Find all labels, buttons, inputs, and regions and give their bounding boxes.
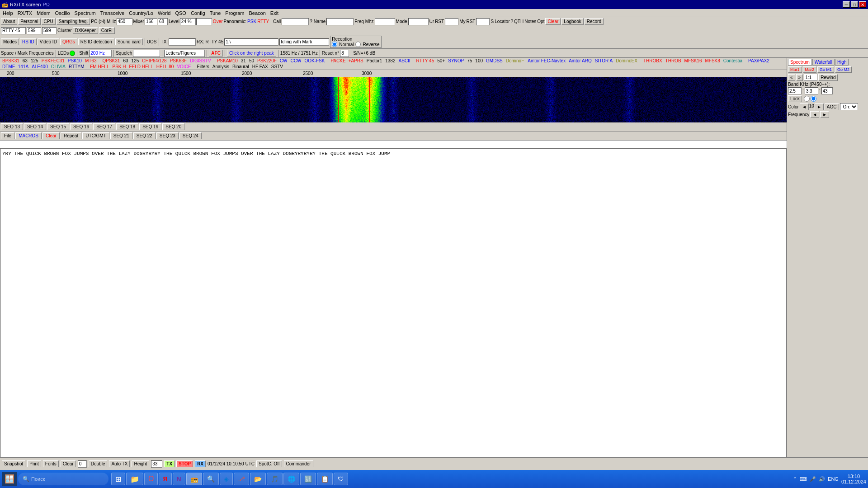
nav-input[interactable] bbox=[804, 74, 817, 81]
bpsk31-63[interactable]: 63 bbox=[21, 58, 29, 64]
shift-value[interactable] bbox=[89, 50, 112, 57]
rx-input[interactable] bbox=[224, 38, 278, 46]
analysis-mode[interactable]: Analysis bbox=[211, 64, 231, 69]
packet-aprs-mode[interactable]: PACKET+APRS bbox=[329, 58, 364, 64]
commander-button[interactable]: Commander bbox=[284, 460, 313, 467]
rttym-mode[interactable]: RTTYM bbox=[67, 64, 85, 69]
minimize-button[interactable]: ─ bbox=[843, 1, 850, 8]
seq-13-button[interactable]: SEQ 13 bbox=[1, 123, 23, 130]
freq-right-button[interactable]: ► bbox=[820, 111, 829, 118]
ook-fsk-mode[interactable]: OOK-FSK bbox=[303, 58, 326, 64]
tray-volume[interactable]: 🔊 bbox=[819, 476, 825, 482]
rtty50-mode[interactable]: 50+ bbox=[436, 58, 446, 64]
color-select[interactable]: Grey Color bbox=[840, 103, 858, 110]
taskbar-media[interactable]: 🎵 bbox=[267, 473, 283, 485]
hffax-mode[interactable]: HF FAX bbox=[251, 64, 269, 69]
menu-oscillo[interactable]: Oscillo bbox=[53, 10, 72, 16]
psk10-mode[interactable]: PSK10 bbox=[66, 58, 83, 64]
throb-mode[interactable]: THROB bbox=[664, 58, 683, 64]
taskbar-folder2[interactable]: 📂 bbox=[250, 473, 266, 485]
seq-21-button[interactable]: SEQ 21 bbox=[110, 132, 132, 139]
hell80-mode[interactable]: HELL 80 bbox=[155, 64, 175, 69]
rx-button[interactable]: RX bbox=[195, 460, 206, 467]
taskbar-app2[interactable]: 🛡 bbox=[334, 473, 348, 485]
height-input[interactable] bbox=[151, 460, 162, 468]
sitora-mode[interactable]: SITOR A bbox=[594, 58, 614, 64]
pskam10-50[interactable]: 50 bbox=[248, 58, 255, 64]
psk220f-mode[interactable]: PSK220F bbox=[256, 58, 278, 64]
psk63f-mode[interactable]: PSK63F bbox=[169, 58, 188, 64]
menu-exit[interactable]: Exit bbox=[269, 10, 280, 16]
close-button[interactable]: ✕ bbox=[859, 1, 866, 8]
ascii-mode[interactable]: ASCII bbox=[397, 58, 411, 64]
idling-input[interactable] bbox=[279, 38, 329, 46]
taskbar-fldigi[interactable]: 📻 bbox=[186, 473, 202, 485]
olivia-mode[interactable]: OLIVIA bbox=[50, 64, 67, 69]
lock-radio1[interactable] bbox=[804, 96, 810, 102]
qrgs-button[interactable]: QRGs bbox=[60, 38, 77, 45]
spectrum-tab[interactable]: Spectrum bbox=[788, 59, 812, 66]
filters-mode[interactable]: Filters bbox=[196, 64, 211, 69]
videoid-button[interactable]: Video ID bbox=[38, 38, 59, 45]
reset-input[interactable] bbox=[340, 50, 349, 57]
pskh-mode[interactable]: PSK H bbox=[111, 64, 127, 69]
reverse-radio[interactable] bbox=[355, 42, 361, 47]
binaural-mode[interactable]: Binaural bbox=[231, 64, 250, 69]
menu-qso[interactable]: QSO bbox=[173, 10, 188, 16]
maximize-button[interactable]: □ bbox=[851, 1, 858, 8]
macros-button[interactable]: MACROS bbox=[15, 132, 42, 139]
rsid-button[interactable]: RS ID bbox=[20, 38, 37, 45]
squelch-input[interactable] bbox=[133, 50, 160, 57]
menu-config[interactable]: Config bbox=[189, 10, 207, 16]
sampling-freq-button[interactable]: Sampling freq. bbox=[57, 18, 90, 25]
dtmf-mode[interactable]: DTMF bbox=[1, 64, 16, 69]
rst-599b-input[interactable] bbox=[42, 27, 57, 34]
modes-button[interactable]: Modes bbox=[1, 38, 19, 45]
height-button[interactable]: Height bbox=[132, 460, 149, 467]
search-bar[interactable]: 🔍 Поиск bbox=[18, 473, 108, 485]
seq-14-button[interactable]: SEQ 14 bbox=[24, 123, 46, 130]
gom1-button[interactable]: Go M1 bbox=[817, 66, 834, 73]
amtorarq-mode[interactable]: Amtor ARQ bbox=[567, 58, 593, 64]
mt63-mode[interactable]: MT63 bbox=[84, 58, 98, 64]
personal-button[interactable]: Personal bbox=[18, 18, 40, 25]
menu-program[interactable]: Program bbox=[223, 10, 246, 16]
clear-qso-button[interactable]: Clear bbox=[545, 18, 561, 25]
taskbar-git[interactable]: ⎇ bbox=[234, 473, 249, 485]
level-input2[interactable] bbox=[196, 18, 212, 25]
start-area[interactable]: 🪟 bbox=[2, 472, 17, 486]
name-input[interactable] bbox=[326, 18, 354, 25]
click-peak-button[interactable]: Click on the right peak bbox=[227, 50, 276, 56]
feldhell-mode[interactable]: FELD HELL bbox=[128, 64, 155, 69]
qpsk31-mode[interactable]: QPSK31 bbox=[101, 58, 121, 64]
band-v3[interactable] bbox=[821, 87, 833, 94]
menu-spectrum[interactable]: Spectrum bbox=[73, 10, 98, 16]
tx-button[interactable]: TX bbox=[164, 460, 175, 467]
level-input[interactable] bbox=[180, 18, 196, 25]
record-button[interactable]: Record bbox=[585, 18, 604, 25]
chip64-mode[interactable]: CHIP64/128 bbox=[141, 58, 168, 64]
call-input[interactable] bbox=[282, 18, 309, 25]
amtorfec-mode[interactable]: Amtor FEC-Navtex bbox=[526, 58, 567, 64]
mar2-button[interactable]: Mar2 bbox=[803, 66, 817, 73]
color-down-button[interactable]: ◄ bbox=[800, 103, 809, 110]
pskam10-mode[interactable]: PSKAM10 bbox=[216, 58, 239, 64]
high-tab[interactable]: High bbox=[835, 59, 849, 66]
paxpax2-mode[interactable]: PAX/PAX2 bbox=[747, 58, 771, 64]
rtty45-mode[interactable]: RTTY 45 bbox=[415, 58, 436, 64]
prev-button[interactable]: « bbox=[788, 74, 795, 81]
menu-rxtx[interactable]: RX/TX bbox=[16, 10, 34, 16]
seq-24-button[interactable]: SEQ 24 bbox=[179, 132, 202, 139]
menu-beacon[interactable]: Beacon bbox=[247, 10, 268, 16]
print-button[interactable]: Print bbox=[27, 460, 41, 467]
lang-indicator[interactable]: ENG bbox=[828, 476, 839, 482]
next-button[interactable]: » bbox=[796, 74, 803, 81]
synop-mode[interactable]: SYNOP bbox=[447, 58, 465, 64]
seq-18-button[interactable]: SEQ 18 bbox=[116, 123, 138, 130]
color-up-button[interactable]: ► bbox=[815, 103, 824, 110]
waterfall-tab[interactable]: Waterfall bbox=[812, 59, 835, 66]
clear-status-button[interactable]: Clear bbox=[61, 460, 76, 467]
menu-tune[interactable]: Tune bbox=[208, 10, 223, 16]
file-button[interactable]: File bbox=[1, 132, 14, 139]
freq-left-button[interactable]: ◄ bbox=[810, 111, 819, 118]
